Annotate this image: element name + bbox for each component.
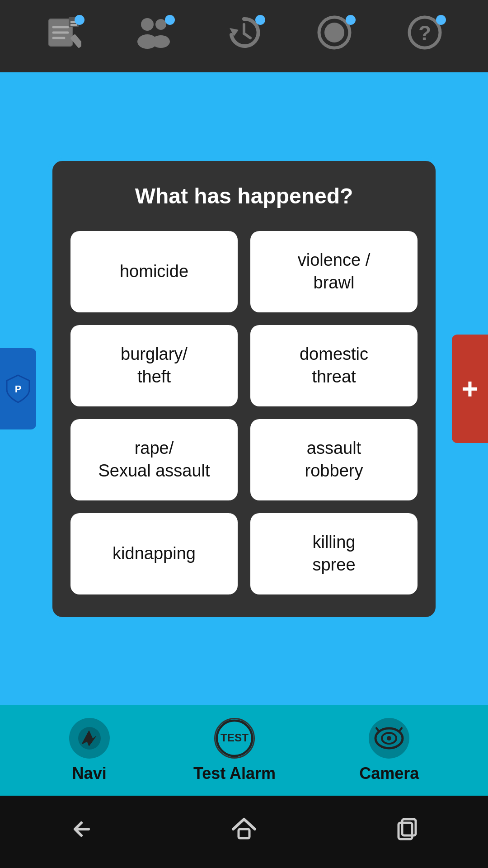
svg-point-12 <box>152 35 170 48</box>
svg-text:TEST: TEST <box>221 731 249 744</box>
system-nav <box>0 796 488 868</box>
record-icon-btn[interactable] <box>310 11 359 61</box>
svg-rect-30 <box>399 823 412 839</box>
recents-button[interactable] <box>392 815 421 849</box>
camera-label: Camera <box>359 764 419 783</box>
notification-dot <box>436 15 446 25</box>
svg-point-11 <box>155 19 166 30</box>
svg-line-27 <box>376 727 379 731</box>
violence-brawl-button[interactable]: violence /brawl <box>250 231 418 312</box>
killing-spree-button[interactable]: killingspree <box>250 513 418 594</box>
people-icon-btn[interactable] <box>129 11 178 61</box>
camera-icon <box>369 718 409 759</box>
checklist-icon-btn[interactable] <box>38 11 88 61</box>
main-content: P + What has happened? homicide violence… <box>0 72 488 705</box>
svg-text:?: ? <box>418 21 431 45</box>
back-button[interactable] <box>67 815 96 849</box>
svg-rect-31 <box>402 819 416 835</box>
modal-title: What has happened? <box>70 184 418 208</box>
rape-sexual-assault-button[interactable]: rape/Sexual assault <box>70 419 238 500</box>
burglary-theft-button[interactable]: burglary/theft <box>70 325 238 406</box>
test-alarm-icon: TEST <box>214 718 255 759</box>
svg-point-17 <box>324 23 344 42</box>
navi-icon <box>69 718 110 759</box>
assault-robbery-button[interactable]: assaultrobbery <box>250 419 418 500</box>
navi-label: Navi <box>72 764 107 783</box>
homicide-button[interactable]: homicide <box>70 231 238 312</box>
svg-line-28 <box>399 727 402 731</box>
history-icon-btn[interactable] <box>219 11 269 61</box>
toolbar: ? <box>0 0 488 72</box>
svg-point-9 <box>141 18 154 31</box>
domestic-threat-button[interactable]: domesticthreat <box>250 325 418 406</box>
modal-overlay: What has happened? homicide violence /br… <box>0 72 488 705</box>
svg-rect-29 <box>239 829 249 838</box>
camera-button[interactable]: Camera <box>359 718 419 783</box>
bottom-nav: Navi TEST Test Alarm Camera <box>0 705 488 796</box>
kidnapping-button[interactable]: kidnapping <box>70 513 238 594</box>
home-button[interactable] <box>230 815 258 849</box>
notification-dot <box>165 15 175 25</box>
notification-dot <box>75 15 84 25</box>
incident-grid: homicide violence /brawl burglary/theft … <box>70 231 418 594</box>
test-alarm-button[interactable]: TEST Test Alarm <box>193 718 276 783</box>
test-alarm-label: Test Alarm <box>193 764 276 783</box>
notification-dot <box>346 15 356 25</box>
help-icon-btn[interactable]: ? <box>400 11 450 61</box>
background: P + What has happened? homicide violence… <box>0 72 488 705</box>
svg-point-26 <box>387 736 391 741</box>
notification-dot <box>255 15 265 25</box>
incident-type-modal: What has happened? homicide violence /br… <box>50 158 438 620</box>
svg-line-15 <box>244 33 250 38</box>
navi-button[interactable]: Navi <box>69 718 110 783</box>
